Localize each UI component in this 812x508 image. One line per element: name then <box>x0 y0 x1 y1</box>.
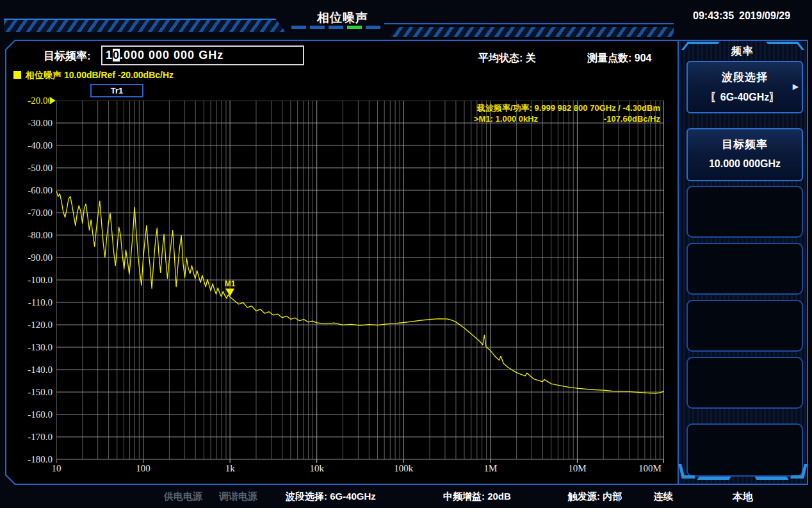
softkey-value: 10.000 000GHz <box>688 158 802 170</box>
status-if-gain: 中频增益: 20dB <box>443 491 511 503</box>
y-axis-tick-label: -80.00 <box>15 229 53 241</box>
dash <box>310 26 325 29</box>
dash <box>291 26 306 29</box>
carrier-readout: 载波频率/功率: 9.999 982 800 70GHz / -4.30dBm <box>477 102 660 114</box>
time: 09:43:35 <box>693 10 734 21</box>
tab-progress-dashes <box>291 26 394 29</box>
softkey-title: 波段选择 <box>688 70 802 85</box>
trace-legend-text: 相位噪声 10.00dB/Ref -20.00dBc/Hz <box>26 70 174 80</box>
target-frequency-label: 目标频率: <box>44 49 91 63</box>
measure-points: 测量点数: 904 <box>587 52 651 65</box>
sidebar-header: 频率 <box>679 41 807 61</box>
softkey-sidebar: 频率 波段选择 〖6G-40GHz〗 ▶ 目标频率 10.000 000GHz <box>678 41 807 484</box>
y-axis-tick-label: -50.00 <box>15 162 53 174</box>
y-axis-tick-label: -140.0 <box>15 364 53 375</box>
x-axis-tick-label: 10k <box>291 463 343 474</box>
date: 2019/09/29 <box>739 10 790 21</box>
bottom-accent-line <box>697 477 731 480</box>
average-status: 平均状态: 关 <box>478 52 536 65</box>
y-axis-tick-label: -60.00 <box>15 184 53 196</box>
submenu-arrow-icon: ▶ <box>793 82 799 91</box>
x-axis-tick-label: 10 <box>31 463 82 474</box>
dash <box>329 26 343 29</box>
y-axis-tick-label: -170.0 <box>15 431 53 443</box>
y-axis-tick-label: -100.0 <box>15 274 53 286</box>
marker-m1-readout: >M1: 1.000 0kHz <box>474 114 538 124</box>
target-frequency-input[interactable]: 10.000 000 000 GHz <box>101 45 304 65</box>
status-trigger-source: 触发源: 内部 <box>568 491 622 503</box>
status-continuous: 连续 <box>654 491 673 503</box>
page-title: 相位噪声 <box>300 10 386 26</box>
input-text: .000 000 000 GHz <box>120 49 223 61</box>
softkey-empty[interactable] <box>686 186 803 238</box>
x-axis-tick-label: 100k <box>378 463 429 474</box>
bottom-accent-line <box>755 477 789 480</box>
y-axis-tick-label: -120.0 <box>15 319 53 331</box>
marker-m1-label: M1 <box>225 279 236 288</box>
status-supply-power: 供电电源 <box>164 491 202 503</box>
y-axis-tick-label: -130.0 <box>15 341 53 353</box>
marker-m1-value: -107.60dBc/Hz <box>604 114 660 124</box>
top-hatch-decoration-right <box>389 27 674 37</box>
y-axis-tick-label: -70.00 <box>15 207 53 218</box>
x-axis-tick-label: 1k <box>204 463 256 474</box>
clock: 09:43:352019/09/29 <box>693 10 808 22</box>
phase-noise-analyzer-screen: 相位噪声 09:43:352019/09/29 目标频率: 10.000 000… <box>0 0 812 508</box>
status-bar: 供电电源 调谐电源 波段选择: 6G-40GHz 中频增益: 20dB 触发源:… <box>0 491 812 506</box>
status-band-select: 波段选择: 6G-40GHz <box>286 491 376 503</box>
y-axis-tick-label: -90.00 <box>15 252 53 263</box>
y-axis-tick-label: -30.00 <box>15 117 53 129</box>
x-axis-tick-label: 100M <box>624 463 676 474</box>
y-axis-tick-label: -20.00 <box>15 95 53 106</box>
input-text: 1 <box>106 49 113 61</box>
dash <box>366 26 380 29</box>
softkey-title: 目标频率 <box>688 137 802 152</box>
trace-color-swatch-icon <box>13 71 21 79</box>
x-axis-tick-label: 1M <box>465 463 516 474</box>
status-tuning-power: 调谐电源 <box>219 491 257 503</box>
plot-canvas: M1 <box>56 101 664 464</box>
softkey-empty[interactable] <box>686 243 803 295</box>
local-mode-label: 本地 <box>704 491 781 504</box>
sidebar-menu-title: 频率 <box>679 45 807 58</box>
phase-noise-plot: M1 载波频率/功率: 9.999 982 800 70GHz / -4.30d… <box>56 101 664 464</box>
marker-m1-icon[interactable] <box>225 289 234 297</box>
softkey-band-select[interactable]: 波段选择 〖6G-40GHz〗 ▶ <box>686 61 803 113</box>
active-dash <box>347 26 362 29</box>
softkey-target-frequency[interactable]: 目标频率 10.000 000GHz <box>686 128 803 181</box>
top-hatch-decoration-left <box>4 19 286 32</box>
softkey-empty[interactable] <box>686 300 803 352</box>
corner-bracket-icon <box>790 464 808 479</box>
trace-tab-tr1[interactable]: Tr1 <box>90 84 143 97</box>
top-divider-line <box>384 23 674 24</box>
y-axis-tick-label: -40.00 <box>15 140 53 151</box>
x-axis-tick-label: 10M <box>551 463 603 474</box>
softkey-empty[interactable] <box>686 423 803 477</box>
text-cursor: 0 <box>113 49 120 61</box>
softkey-empty[interactable] <box>686 357 803 409</box>
trace-legend: 相位噪声 10.00dB/Ref -20.00dBc/Hz <box>13 70 174 80</box>
y-axis-tick-label: -150.0 <box>15 386 53 398</box>
softkey-value: 〖6G-40GHz〗 <box>688 91 802 104</box>
y-axis-tick-label: -110.0 <box>15 297 53 308</box>
y-axis-tick-label: -160.0 <box>15 409 53 420</box>
x-axis-tick-label: 100 <box>118 463 169 474</box>
